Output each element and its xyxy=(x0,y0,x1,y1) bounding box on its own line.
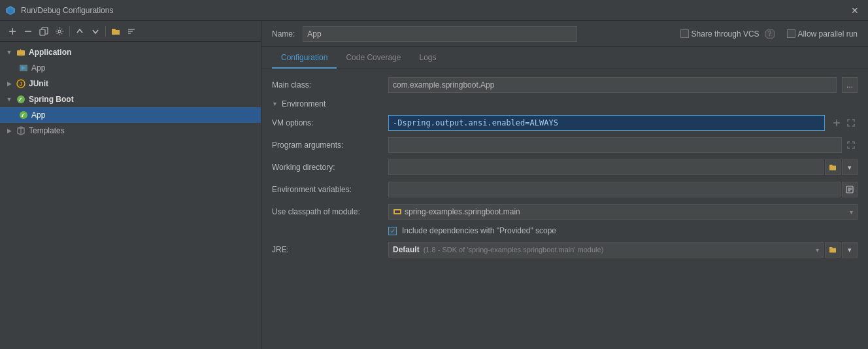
jre-detail-label: (1.8 - SDK of 'spring-examples.springboo… xyxy=(424,246,604,254)
tab-code-coverage[interactable]: Code Coverage xyxy=(337,47,410,69)
working-dir-dropdown-btn[interactable]: ▾ xyxy=(842,159,858,175)
classpath-select-wrap: spring-examples.springboot.main ▾ xyxy=(388,204,858,220)
env-vars-label: Environment variables: xyxy=(272,185,383,194)
application-folder-icon xyxy=(16,47,26,58)
svg-rect-25 xyxy=(395,210,400,213)
include-deps-row[interactable]: ✓ Include dependencies with "Provided" s… xyxy=(272,226,858,235)
jre-label: JRE: xyxy=(272,245,383,254)
working-dir-label: Working directory: xyxy=(272,163,383,172)
vm-icons xyxy=(830,116,858,129)
svg-point-14 xyxy=(17,95,25,103)
vm-options-label: VM options: xyxy=(272,118,383,127)
sort-button[interactable] xyxy=(124,24,139,39)
tree-item-spring-boot-app[interactable]: App xyxy=(0,107,261,123)
program-args-row: Program arguments: xyxy=(272,137,858,153)
working-dir-row: Working directory: ▾ xyxy=(272,159,858,175)
include-deps-checkbox[interactable]: ✓ xyxy=(388,227,397,235)
main-container: ▼ Application App xyxy=(0,21,868,349)
program-args-input[interactable] xyxy=(388,137,842,153)
name-label: Name: xyxy=(272,29,295,39)
allow-parallel-checkbox[interactable] xyxy=(787,29,795,38)
tab-configuration[interactable]: Configuration xyxy=(272,47,337,69)
share-vcs-label: Share through VCS xyxy=(692,29,760,39)
environment-collapse-icon: ▼ xyxy=(272,101,278,107)
app-icon xyxy=(5,5,16,16)
settings-button[interactable] xyxy=(52,24,67,39)
templates-icon xyxy=(16,125,26,136)
spring-app-icon xyxy=(18,110,29,120)
folder-button[interactable] xyxy=(108,24,123,39)
remove-button[interactable] xyxy=(21,24,35,39)
down-button[interactable] xyxy=(88,24,103,39)
vm-input-wrap xyxy=(388,115,825,131)
junit-expand-icon: ▶ xyxy=(5,80,13,88)
classpath-row: Use classpath of module: spring-examples… xyxy=(272,204,858,220)
classpath-value: spring-examples.springboot.main xyxy=(405,207,850,216)
share-vcs-checkbox[interactable] xyxy=(680,29,689,38)
classpath-select-display[interactable]: spring-examples.springboot.main ▾ xyxy=(388,204,858,220)
vcs-area: Share through VCS ? Allow parallel run xyxy=(680,29,858,39)
tab-logs[interactable]: Logs xyxy=(410,47,445,69)
working-dir-controls: ▾ xyxy=(388,159,858,175)
working-dir-input[interactable] xyxy=(388,159,824,175)
program-args-label: Program arguments: xyxy=(272,141,383,150)
up-button[interactable] xyxy=(73,24,87,39)
name-input[interactable] xyxy=(303,26,577,42)
environment-section-header[interactable]: ▼ Environment xyxy=(272,99,858,108)
junit-label: JUnit xyxy=(29,79,48,88)
copy-button[interactable] xyxy=(37,24,51,39)
vm-expand-icon-btn[interactable] xyxy=(830,116,843,129)
tabs-row: Configuration Code Coverage Logs xyxy=(261,47,868,69)
env-vars-edit-btn[interactable] xyxy=(842,182,858,197)
spring-boot-app-label: App xyxy=(31,110,45,120)
spring-boot-expand-icon: ▼ xyxy=(5,95,13,103)
allow-parallel-checkbox-area[interactable]: Allow parallel run xyxy=(787,29,858,39)
svg-text:J: J xyxy=(20,81,22,87)
check-mark: ✓ xyxy=(390,227,395,235)
jre-select-display[interactable]: Default (1.8 - SDK of 'spring-examples.s… xyxy=(388,242,824,258)
svg-rect-10 xyxy=(17,50,25,56)
environment-section-title: Environment xyxy=(282,99,326,108)
title-bar-text: Run/Debug Configurations xyxy=(21,6,842,15)
vm-options-input[interactable] xyxy=(388,115,825,131)
tree-item-application-app[interactable]: App xyxy=(0,60,261,76)
left-panel: ▼ Application App xyxy=(0,21,261,349)
toolbar xyxy=(0,21,261,42)
vm-fullscreen-icon-btn[interactable] xyxy=(844,116,858,129)
application-expand-icon: ▼ xyxy=(5,48,13,56)
working-dir-folder-btn[interactable] xyxy=(825,159,841,175)
main-class-browse-button[interactable]: ... xyxy=(842,77,858,93)
main-class-label: Main class: xyxy=(272,80,383,90)
classpath-label: Use classpath of module: xyxy=(272,207,383,216)
config-content: Main class: ... ▼ Environment VM options… xyxy=(261,69,868,349)
env-vars-row: Environment variables: xyxy=(272,182,858,197)
env-vars-input[interactable] xyxy=(388,182,841,197)
tree-item-application[interactable]: ▼ Application xyxy=(0,44,261,60)
close-button[interactable]: ✕ xyxy=(847,3,863,18)
jre-dropdown-arrow: ▾ xyxy=(816,246,819,254)
junit-icon: J xyxy=(16,78,26,89)
templates-label: Templates xyxy=(29,126,65,135)
tree-item-spring-boot[interactable]: ▼ Spring Boot xyxy=(0,91,261,107)
right-header: Name: Share through VCS ? Allow parallel… xyxy=(261,21,868,47)
jre-dropdown-btn[interactable]: ▾ xyxy=(842,242,858,258)
svg-rect-5 xyxy=(40,29,45,35)
spring-boot-label: Spring Boot xyxy=(29,95,74,104)
svg-point-15 xyxy=(20,111,27,119)
application-app-label: App xyxy=(31,63,45,73)
main-class-row: Main class: ... xyxy=(272,77,858,93)
jre-default-label: Default xyxy=(393,245,420,254)
spring-boot-icon xyxy=(16,94,26,105)
tree-item-templates[interactable]: ▶ Templates xyxy=(0,123,261,139)
share-vcs-checkbox-area[interactable]: Share through VCS xyxy=(680,29,760,39)
application-label: Application xyxy=(29,48,71,57)
program-args-expand-btn[interactable] xyxy=(844,139,858,152)
vcs-help-button[interactable]: ? xyxy=(765,29,775,39)
main-class-input[interactable] xyxy=(388,77,837,93)
svg-point-6 xyxy=(58,30,61,33)
app-run-icon xyxy=(18,63,29,73)
add-button[interactable] xyxy=(5,24,20,39)
right-panel: Name: Share through VCS ? Allow parallel… xyxy=(261,21,868,349)
jre-folder-btn[interactable] xyxy=(825,242,841,258)
tree-item-junit[interactable]: ▶ J JUnit xyxy=(0,76,261,91)
